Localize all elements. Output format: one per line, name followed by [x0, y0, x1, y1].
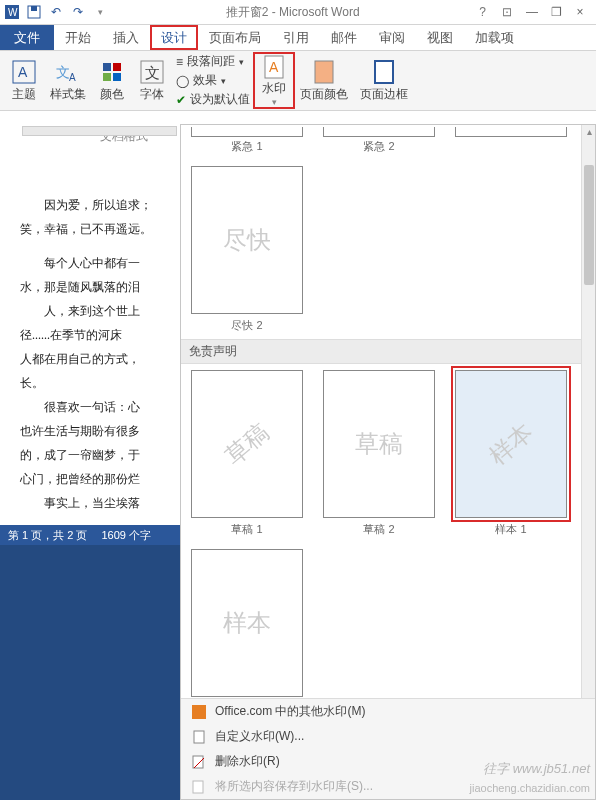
thumb-cutoff[interactable]: [323, 127, 435, 137]
page-icon: [191, 729, 207, 745]
paragraph-spacing-button[interactable]: ≡段落间距▾: [176, 53, 250, 70]
doc-line: 事实上，当尘埃落: [20, 493, 174, 513]
word-count[interactable]: 1609 个字: [101, 528, 151, 543]
page-borders-icon: [370, 58, 398, 86]
watermark-thumb-yangben1[interactable]: 样本: [455, 370, 567, 518]
minimize-button[interactable]: —: [520, 5, 544, 19]
fonts-button[interactable]: 文 字体: [132, 53, 172, 108]
colors-label: 颜色: [100, 86, 124, 103]
themes-icon: A: [10, 58, 38, 86]
svg-rect-22: [193, 781, 203, 793]
doc-line: 人，来到这个世上: [20, 301, 174, 321]
svg-text:文: 文: [145, 64, 160, 81]
page-borders-button[interactable]: 页面边框: [354, 53, 414, 108]
svg-rect-8: [103, 63, 111, 71]
svg-text:A: A: [18, 64, 28, 80]
help-icon[interactable]: ?: [479, 5, 486, 19]
svg-rect-3: [31, 6, 37, 11]
svg-rect-19: [194, 731, 204, 743]
style-sets-button[interactable]: 文A 样式集: [44, 53, 92, 108]
office-icon: [191, 704, 207, 720]
save-icon[interactable]: [26, 4, 42, 20]
page-indicator[interactable]: 第 1 页，共 2 页: [8, 528, 87, 543]
menu-label: Office.com 中的其他水印(M): [215, 703, 365, 720]
save-to-gallery-icon: [191, 779, 207, 795]
small-options: ≡段落间距▾ ◯效果▾ ✔设为默认值: [172, 53, 254, 108]
style-sets-icon: 文A: [54, 58, 82, 86]
gallery-section-header: 免责声明: [181, 339, 595, 364]
word-logo-icon: W: [4, 4, 20, 20]
thumb-label: 尽快 2: [191, 318, 303, 333]
doc-line: 笑，幸福，已不再遥远。: [20, 219, 174, 239]
watermark-thumb-caogao2[interactable]: 草稿: [323, 370, 435, 518]
document-body[interactable]: 因为爱，所以追求； 笑，幸福，已不再遥远。 每个人心中都有一 水，那是随风飘落的…: [0, 145, 180, 525]
thumb-label: 草稿 2: [323, 522, 435, 537]
check-icon: ✔: [176, 93, 186, 107]
redo-icon[interactable]: ↷: [70, 4, 86, 20]
doc-line: 也许生活与期盼有很多: [20, 421, 174, 441]
tab-design[interactable]: 设计: [150, 25, 198, 50]
watermark-preview-text: 草稿: [218, 416, 275, 471]
themes-label: 主题: [12, 86, 36, 103]
colors-button[interactable]: 颜色: [92, 53, 132, 108]
svg-rect-9: [113, 63, 121, 71]
thumb-label: 紧急 1: [191, 139, 303, 154]
watermark-icon: A: [260, 54, 288, 80]
thumb-cutoff[interactable]: [455, 127, 567, 137]
watermark-preview-text: 样本: [482, 416, 539, 471]
window-title: 推开窗2 - Microsoft Word: [114, 4, 471, 21]
svg-rect-11: [113, 73, 121, 81]
scroll-thumb[interactable]: [584, 165, 594, 285]
thumb-label: 紧急 2: [323, 139, 435, 154]
ribbon: A 主题 文A 样式集 颜色 文 字体 ≡段落间距▾ ◯效果▾ ✔设为默认值 A…: [0, 51, 596, 111]
touch-mode-icon[interactable]: ⊡: [502, 5, 512, 19]
spacing-icon: ≡: [176, 55, 183, 69]
watermark-thumb-yangben2[interactable]: 样本: [191, 549, 303, 697]
remove-icon: [191, 754, 207, 770]
dropdown-icon: ▾: [272, 97, 277, 107]
themes-button[interactable]: A 主题: [4, 53, 44, 108]
watermark-thumb-caogao1[interactable]: 草稿: [191, 370, 303, 518]
effects-icon: ◯: [176, 74, 189, 88]
tab-insert[interactable]: 插入: [102, 25, 150, 50]
tab-view[interactable]: 视图: [416, 25, 464, 50]
tab-layout[interactable]: 页面布局: [198, 25, 272, 50]
title-bar: W ↶ ↷ ▾ 推开窗2 - Microsoft Word ? ⊡ — ❐ ×: [0, 0, 596, 25]
scroll-up-icon[interactable]: ▴: [582, 125, 596, 139]
qat-dropdown-icon[interactable]: ▾: [92, 4, 108, 20]
effects-button[interactable]: ◯效果▾: [176, 72, 250, 89]
gallery-row-top: 紧急 1 紧急 2: [181, 125, 595, 160]
close-button[interactable]: ×: [568, 5, 592, 19]
horizontal-ruler[interactable]: [22, 126, 177, 136]
tab-home[interactable]: 开始: [54, 25, 102, 50]
menu-office-watermarks[interactable]: Office.com 中的其他水印(M): [181, 699, 595, 724]
thumb-cutoff[interactable]: [191, 127, 303, 137]
doc-line: 心门，把曾经的那份烂: [20, 469, 174, 489]
svg-rect-20: [193, 756, 203, 768]
colors-icon: [98, 58, 126, 86]
tab-file[interactable]: 文件: [0, 25, 54, 50]
svg-rect-17: [375, 61, 393, 83]
tab-review[interactable]: 审阅: [368, 25, 416, 50]
empty-background: [0, 545, 180, 800]
doc-line: 很喜欢一句话：心: [20, 397, 174, 417]
undo-icon[interactable]: ↶: [48, 4, 64, 20]
tab-references[interactable]: 引用: [272, 25, 320, 50]
doc-line: 因为爱，所以追求；: [20, 195, 174, 215]
set-default-button[interactable]: ✔设为默认值: [176, 91, 250, 108]
gallery-row: 草稿 草稿 1 草稿 草稿 2 样本 样本 1: [181, 364, 595, 543]
watermark-thumb-jinkuai2[interactable]: 尽快: [191, 166, 303, 314]
doc-line: 人都在用自己的方式，: [20, 349, 174, 369]
svg-text:文: 文: [56, 64, 70, 80]
menu-custom-watermark[interactable]: 自定义水印(W)...: [181, 724, 595, 749]
ribbon-tabs: 文件 开始 插入 设计 页面布局 引用 邮件 审阅 视图 加载项: [0, 25, 596, 51]
tab-mailings[interactable]: 邮件: [320, 25, 368, 50]
gallery-scrollbar[interactable]: ▴ ▾: [581, 125, 595, 715]
page-color-button[interactable]: 页面颜色: [294, 53, 354, 108]
tab-addins[interactable]: 加载项: [464, 25, 525, 50]
doc-line: 的，成了一帘幽梦，于: [20, 445, 174, 465]
menu-label: 删除水印(R): [215, 753, 280, 770]
page-color-icon: [310, 58, 338, 86]
watermark-button[interactable]: A 水印 ▾: [254, 53, 294, 108]
restore-button[interactable]: ❐: [544, 5, 568, 19]
